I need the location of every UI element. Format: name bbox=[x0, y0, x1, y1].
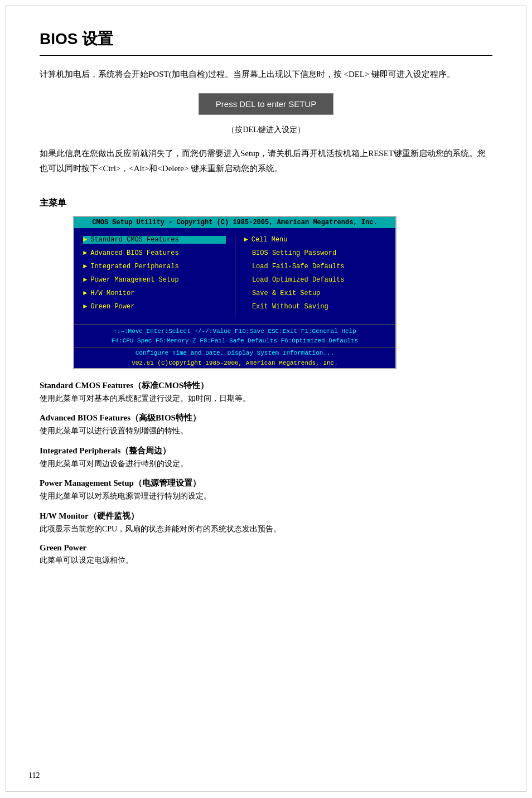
arrow-icon-integrated: ► bbox=[83, 263, 87, 270]
bios-copyright: v02.61 (C)Copyright 1985-2006, American … bbox=[74, 358, 395, 368]
bios-item-hwmon[interactable]: ► H/W Monitor bbox=[83, 289, 226, 297]
bios-label-save-exit: Save & Exit Setup bbox=[244, 289, 321, 297]
bios-label-standard: Standard CMOS Features bbox=[90, 236, 178, 244]
bios-footer-line1: ↑↓→:Move Enter:Select +/-/:Value F10:Sav… bbox=[80, 327, 390, 336]
bios-content: ► Standard CMOS Features ► Advanced BIOS… bbox=[74, 228, 395, 324]
prompt-wrapper: Press DEL to enter SETUP bbox=[40, 93, 492, 120]
page-number: 112 bbox=[28, 771, 40, 780]
bios-footer-line2: F4:CPU Spec F5:Memory-Z F8:Fail-Safe Def… bbox=[80, 336, 390, 346]
bios-label-integrated: Integrated Peripherals bbox=[90, 263, 178, 270]
menu-title-green: Green Power bbox=[40, 543, 492, 553]
bios-item-cell[interactable]: ► Cell Menu bbox=[244, 236, 387, 244]
arrow-icon-cell: ► bbox=[244, 236, 248, 244]
bios-item-password[interactable]: BIOS Setting Password bbox=[244, 249, 387, 257]
menu-desc-advanced: 使用此菜单可以进行设置特别增强的特性。 bbox=[40, 425, 492, 437]
bios-status-bar: Configure Time and Date. Display System … bbox=[74, 347, 395, 358]
bios-label-optimized: Load Optimized Defaults bbox=[244, 276, 345, 284]
bios-item-exit-nosave[interactable]: Exit Without Saving bbox=[244, 303, 387, 311]
menu-desc-power: 使用此菜单可以对系统电源管理进行特别的设定。 bbox=[40, 490, 492, 502]
arrow-icon-advanced: ► bbox=[83, 249, 87, 257]
bios-label-password: BIOS Setting Password bbox=[244, 249, 337, 257]
menu-title-power: Power Management Setup（电源管理设置） bbox=[40, 478, 492, 489]
main-menu-title: 主菜单 bbox=[40, 197, 492, 209]
bios-label-cell: Cell Menu bbox=[252, 236, 288, 244]
bios-title-bar: CMOS Setup Utility - Copyright (C) 1985-… bbox=[74, 217, 395, 228]
intro-text-1: 计算机加电后，系统将会开始POST(加电自检)过程。当屏幕上出现以下信息时，按 … bbox=[40, 67, 492, 82]
bios-label-hwmon: H/W Monitor bbox=[90, 289, 134, 297]
menu-title-integrated: Integrated Peripherals（整合周边） bbox=[40, 446, 492, 456]
bios-label-advanced: Advanced BIOS Features bbox=[90, 249, 178, 257]
bios-left-col: ► Standard CMOS Features ► Advanced BIOS… bbox=[74, 234, 235, 318]
bios-label-green: Green Power bbox=[90, 303, 134, 311]
arrow-icon-hwmon: ► bbox=[83, 289, 87, 297]
bios-item-failsafe[interactable]: Load Fail-Safe Defaults bbox=[244, 263, 387, 270]
menu-title-hwmon: H/W Monitor（硬件监视） bbox=[40, 511, 492, 521]
bios-screen: CMOS Setup Utility - Copyright (C) 1985-… bbox=[73, 216, 396, 369]
menu-item-power: Power Management Setup（电源管理设置） 使用此菜单可以对系… bbox=[40, 478, 492, 502]
bios-item-standard[interactable]: ► Standard CMOS Features bbox=[83, 236, 226, 244]
menu-item-green: Green Power 此菜单可以设定电源相位。 bbox=[40, 543, 492, 567]
bios-item-optimized[interactable]: Load Optimized Defaults bbox=[244, 276, 387, 284]
menu-item-standard: Standard CMOS Features（标准CMOS特性） 使用此菜单可对… bbox=[40, 380, 492, 405]
bios-right-col: ► Cell Menu BIOS Setting Password Load F… bbox=[235, 234, 396, 318]
menu-item-advanced: Advanced BIOS Features（高级BIOS特性） 使用此菜单可以… bbox=[40, 413, 492, 437]
menu-desc-green: 此菜单可以设定电源相位。 bbox=[40, 554, 492, 567]
bios-item-power[interactable]: ► Power Management Setup bbox=[83, 276, 226, 284]
bios-label-failsafe: Load Fail-Safe Defaults bbox=[244, 263, 345, 270]
title-divider bbox=[40, 55, 492, 56]
arrow-icon-power: ► bbox=[83, 276, 87, 284]
bios-label-exit-nosave: Exit Without Saving bbox=[244, 303, 328, 311]
menu-title-advanced: Advanced BIOS Features（高级BIOS特性） bbox=[40, 413, 492, 423]
menu-desc-standard: 使用此菜单可对基本的系统配置进行设定。如时间，日期等。 bbox=[40, 393, 492, 405]
menu-item-hwmon: H/W Monitor（硬件监视） 此项显示当前您的CPU，风扇的状态并能对所有… bbox=[40, 511, 492, 535]
menu-descriptions: Standard CMOS Features（标准CMOS特性） 使用此菜单可对… bbox=[40, 380, 492, 567]
arrow-icon-standard: ► bbox=[83, 236, 87, 244]
bios-item-advanced[interactable]: ► Advanced BIOS Features bbox=[83, 249, 226, 257]
intro-text-2: 如果此信息在您做出反应前就消失了，而您仍需要进入Setup，请关机后再开机活按机… bbox=[40, 146, 492, 176]
bios-item-save-exit[interactable]: Save & Exit Setup bbox=[244, 289, 387, 297]
menu-desc-hwmon: 此项显示当前您的CPU，风扇的状态并能对所有的系统状态发出预告。 bbox=[40, 523, 492, 535]
bios-item-green[interactable]: ► Green Power bbox=[83, 303, 226, 311]
bios-label-power: Power Management Setup bbox=[90, 276, 178, 284]
bios-footer: ↑↓→:Move Enter:Select +/-/:Value F10:Sav… bbox=[74, 324, 395, 347]
menu-item-integrated: Integrated Peripherals（整合周边） 使用此菜单可对周边设备… bbox=[40, 446, 492, 470]
menu-desc-integrated: 使用此菜单可对周边设备进行特别的设定。 bbox=[40, 458, 492, 470]
bios-prompt-box: Press DEL to enter SETUP bbox=[199, 93, 333, 115]
bios-item-integrated[interactable]: ► Integrated Peripherals bbox=[83, 263, 226, 270]
page-container: BIOS 设置 计算机加电后，系统将会开始POST(加电自检)过程。当屏幕上出现… bbox=[6, 6, 526, 792]
sub-caption: （按DEL键进入设定） bbox=[40, 125, 492, 135]
menu-title-standard: Standard CMOS Features（标准CMOS特性） bbox=[40, 380, 492, 391]
page-title: BIOS 设置 bbox=[40, 28, 492, 50]
arrow-icon-green: ► bbox=[83, 303, 87, 311]
